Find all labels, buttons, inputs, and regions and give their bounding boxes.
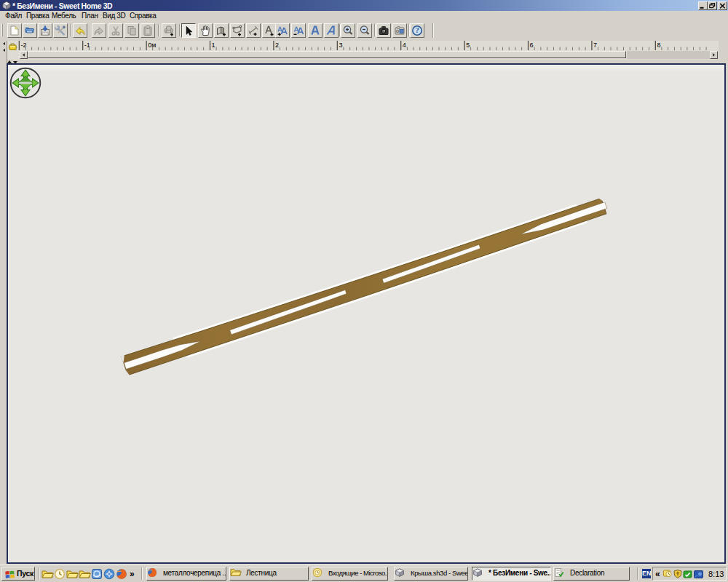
svg-text:0м: 0м (148, 41, 156, 49)
svg-text:3: 3 (339, 41, 342, 49)
svg-text:2: 2 (275, 41, 279, 49)
svg-text:1: 1 (212, 41, 215, 49)
svg-text:?: ? (415, 26, 419, 34)
svg-text:5: 5 (466, 41, 470, 49)
svg-text:8: 8 (657, 41, 660, 49)
svg-text:4: 4 (403, 41, 406, 49)
svg-text:6: 6 (530, 41, 534, 49)
svg-text:7: 7 (593, 41, 597, 49)
